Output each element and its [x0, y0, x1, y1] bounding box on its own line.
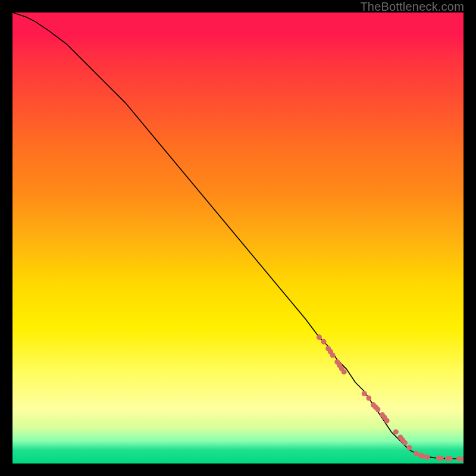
plot-area: [12, 12, 464, 464]
data-marker: [402, 440, 408, 446]
data-marker: [330, 353, 336, 358]
data-marker: [393, 429, 399, 434]
data-marker: [425, 455, 430, 460]
data-marker: [384, 418, 390, 424]
chart-stage: TheBottleneck.com: [0, 0, 476, 476]
data-marker: [420, 453, 425, 459]
data-marker: [407, 445, 412, 450]
marker-group: [317, 334, 464, 462]
data-marker: [317, 334, 322, 340]
curve-path: [12, 12, 464, 459]
data-marker: [362, 391, 367, 396]
data-marker: [366, 396, 371, 401]
data-marker: [461, 456, 464, 462]
data-marker: [447, 456, 453, 461]
data-marker: [375, 407, 380, 412]
data-marker: [342, 369, 347, 375]
chart-svg: [12, 12, 464, 464]
data-marker: [321, 339, 327, 345]
data-marker: [439, 456, 444, 461]
